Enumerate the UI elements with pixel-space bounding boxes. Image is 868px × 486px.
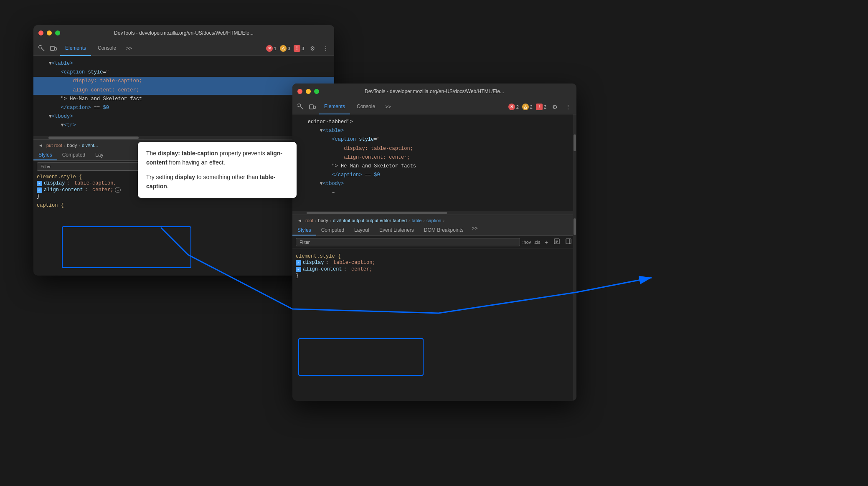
tab-more-styles-2[interactable]: >> — [469, 225, 481, 235]
breadcrumb-back-2[interactable]: ◄ — [296, 217, 304, 224]
html-line[interactable]: <caption style=" — [292, 135, 576, 144]
menu-icon-2[interactable]: ⋮ — [563, 102, 573, 112]
caption-rule: caption { — [33, 201, 334, 210]
tab-console-2[interactable]: Console — [352, 99, 380, 114]
filter-row-2: :hov .cls + — [292, 236, 576, 248]
warn-badge-2: △ 2 — [522, 104, 533, 110]
breadcrumb-item[interactable]: table — [411, 218, 421, 223]
svg-line-6 — [300, 106, 303, 109]
breadcrumb-item[interactable]: root — [305, 218, 313, 223]
property-checkbox[interactable] — [37, 181, 42, 186]
tooltip-text-1: The display: table-caption property prev… — [146, 149, 288, 167]
html-line[interactable]: </caption> == $0 — [33, 104, 334, 112]
svg-rect-8 — [314, 106, 315, 109]
scrollbar-main-2[interactable] — [573, 209, 576, 401]
svg-rect-7 — [310, 105, 313, 109]
property-checkbox-align[interactable] — [296, 267, 301, 272]
breadcrumb-item[interactable]: div#ht... — [82, 143, 98, 148]
tooltip-text-2: Try setting display to something other t… — [146, 172, 288, 191]
html-line-selected[interactable]: align-content: center; — [33, 86, 334, 95]
badges-2: ✕ 2 △ 2 ! 2 ⚙ ⋮ — [508, 102, 573, 112]
element-style-rule-2: element.style { display : table-caption;… — [292, 252, 576, 280]
titlebar-1: DevTools - developer.mozilla.org/en-US/d… — [33, 25, 334, 41]
close-button-1[interactable] — [38, 30, 43, 35]
badges-1: ✕ 1 △ 3 ! 3 ⚙ ⋮ — [266, 43, 331, 53]
tab-styles-1[interactable]: Styles — [33, 150, 57, 160]
html-line[interactable]: ▼<table> — [33, 59, 334, 68]
html-line[interactable]: ▼<tbody> — [292, 180, 576, 188]
tooltip-popup: The display: table-caption property prev… — [138, 142, 297, 198]
html-line[interactable]: ▼<tr> — [33, 121, 334, 130]
new-style-rule-icon[interactable] — [552, 238, 561, 246]
error-badge-1: ✕ 1 — [266, 45, 277, 52]
breadcrumb-item[interactable]: put-root — [46, 143, 62, 148]
error-badge-2: ✕ 2 — [508, 104, 519, 110]
html-line[interactable]: "> He-Man and Skeletor fact — [33, 95, 334, 104]
info-icon[interactable]: i — [115, 187, 121, 193]
tab-elements-2[interactable]: Elements — [319, 99, 350, 114]
minimize-button-1[interactable] — [47, 30, 52, 35]
tab-layout-2[interactable]: Layout — [349, 225, 374, 235]
warn-badge-1: △ 3 — [280, 45, 290, 52]
tab-layout-1[interactable]: Lay — [90, 150, 108, 160]
tab-computed-1[interactable]: Computed — [57, 150, 90, 160]
add-style-icon[interactable]: + — [543, 238, 550, 246]
scrollbar-2[interactable] — [573, 114, 576, 215]
html-line[interactable]: – — [292, 189, 576, 197]
inspect-icon[interactable] — [37, 43, 47, 53]
minimize-button-2[interactable] — [306, 89, 311, 94]
tab-more-1[interactable]: >> — [123, 46, 135, 51]
html-line[interactable]: </caption> == $0 — [292, 171, 576, 180]
html-line[interactable]: ▼<table> — [292, 127, 576, 135]
highlight-box-2 — [298, 338, 424, 376]
html-line[interactable]: <caption style=" — [33, 68, 334, 77]
svg-line-1 — [41, 48, 44, 51]
html-line-selected[interactable]: display: table-caption; — [33, 77, 334, 86]
gear-icon-1[interactable]: ⚙ — [307, 43, 317, 53]
tab-event-listeners-2[interactable]: Event Listeners — [374, 225, 419, 235]
html-line[interactable]: ▼<tbody> — [33, 112, 334, 121]
svg-rect-0 — [39, 46, 41, 48]
styles-tabs-2: Styles Computed Layout Event Listeners D… — [292, 225, 576, 236]
breadcrumb-item[interactable]: body — [67, 143, 77, 148]
styles-area-2: Styles Computed Layout Event Listeners D… — [292, 225, 576, 280]
toggle-sidebar-icon[interactable] — [564, 238, 573, 246]
hov-button[interactable]: :hov — [523, 240, 531, 245]
html-line[interactable]: "> He-Man and Skeletor facts — [292, 162, 576, 171]
html-line[interactable]: align-content: center; — [292, 153, 576, 162]
window-title-2: DevTools - developer.mozilla.org/en-US/d… — [365, 89, 504, 94]
tab-computed-2[interactable]: Computed — [316, 225, 349, 235]
menu-icon-1[interactable]: ⋮ — [321, 43, 331, 53]
device-icon[interactable] — [48, 43, 58, 53]
property-checkbox[interactable] — [37, 187, 42, 193]
svg-rect-2 — [51, 46, 54, 51]
property-checkbox-display[interactable] — [296, 260, 301, 266]
close-button-2[interactable] — [297, 89, 302, 94]
maximize-button-1[interactable] — [55, 30, 60, 35]
breadcrumb-2: ◄ root › body › div#html-output.output.e… — [292, 215, 576, 225]
tab-elements-1[interactable]: Elements — [60, 41, 91, 56]
svg-rect-13 — [566, 239, 571, 244]
highlight-box-1 — [62, 226, 191, 268]
breadcrumb-back-1[interactable]: ◄ — [37, 142, 45, 149]
filter-input-2[interactable] — [296, 238, 520, 246]
tab-more-2[interactable]: >> — [382, 104, 394, 110]
maximize-button-2[interactable] — [314, 89, 319, 94]
html-line[interactable]: display: table-caption; — [292, 144, 576, 153]
breadcrumb-item[interactable]: div#html-output.output.editor-tabbed — [333, 218, 407, 223]
inspect-icon-2[interactable] — [296, 102, 306, 112]
breadcrumb-item[interactable]: caption — [426, 218, 441, 223]
tab-console-1[interactable]: Console — [93, 41, 121, 56]
gear-icon-2[interactable]: ⚙ — [550, 102, 560, 112]
tab-dom-breakpoints-2[interactable]: DOM Breakpoints — [419, 225, 469, 235]
toolbar-1: Elements Console >> ✕ 1 △ 3 ! 3 ⚙ ⋮ — [33, 41, 334, 56]
svg-rect-3 — [55, 48, 56, 50]
html-line[interactable]: editor-tabbed"> — [292, 118, 576, 127]
device-icon-2[interactable] — [307, 102, 317, 112]
breadcrumb-item[interactable]: body — [318, 218, 328, 223]
html-panel-2: editor-tabbed"> ▼<table> <caption style=… — [292, 114, 576, 215]
tab-styles-2[interactable]: Styles — [292, 225, 316, 235]
titlebar-2: DevTools - developer.mozilla.org/en-US/d… — [292, 84, 576, 99]
cls-button[interactable]: .cls — [533, 240, 541, 245]
toolbar-2: Elements Console >> ✕ 2 △ 2 ! 2 ⚙ ⋮ — [292, 99, 576, 114]
